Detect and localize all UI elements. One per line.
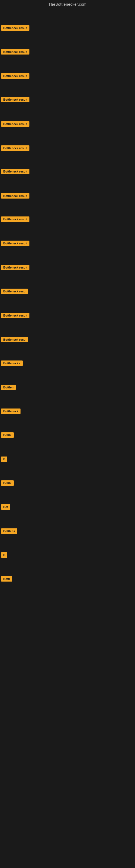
bottleneck-badge-4[interactable]: Bottleneck result: [1, 97, 30, 102]
result-row-18: Bottle: [0, 431, 15, 440]
result-row-7: Bottleneck result: [0, 167, 31, 176]
result-row-1: Bottleneck result: [0, 24, 31, 33]
bottleneck-badge-16[interactable]: Bottlen: [1, 384, 16, 390]
result-row-15: Bottleneck r: [0, 360, 24, 368]
bottleneck-badge-7[interactable]: Bottleneck result: [1, 169, 30, 174]
result-row-16: Bottlen: [0, 383, 17, 392]
bottleneck-badge-6[interactable]: Bottleneck result: [1, 145, 30, 151]
result-row-19: B: [0, 456, 8, 464]
bottleneck-badge-14[interactable]: Bottleneck resu: [1, 337, 28, 342]
result-row-4: Bottleneck result: [0, 96, 31, 104]
result-row-6: Bottleneck result: [0, 144, 31, 153]
site-title: TheBottlenecker.com: [0, 0, 135, 9]
bottleneck-badge-2[interactable]: Bottleneck result: [1, 49, 30, 55]
bottleneck-badge-19[interactable]: B: [1, 457, 7, 462]
result-row-2: Bottleneck result: [0, 48, 31, 57]
result-row-22: Bottlens: [0, 527, 18, 536]
bottleneck-badge-20[interactable]: Bottle: [1, 480, 14, 486]
bottleneck-badge-5[interactable]: Bottleneck result: [1, 121, 30, 127]
bottleneck-badge-3[interactable]: Bottleneck result: [1, 73, 30, 79]
result-row-12: Bottleneck resu: [0, 287, 29, 296]
bottleneck-badge-13[interactable]: Bottleneck result: [1, 313, 30, 318]
result-row-14: Bottleneck resu: [0, 336, 29, 344]
bottleneck-badge-12[interactable]: Bottleneck resu: [1, 289, 28, 294]
bottleneck-badge-11[interactable]: Bottleneck result: [1, 265, 30, 270]
bottleneck-badge-10[interactable]: Bottleneck result: [1, 241, 30, 246]
result-row-17: Bottleneck: [0, 407, 21, 416]
bottleneck-badge-22[interactable]: Bottlens: [1, 528, 17, 534]
bottleneck-badge-8[interactable]: Bottleneck result: [1, 193, 30, 198]
result-row-10: Bottleneck result: [0, 240, 31, 248]
bottleneck-badge-15[interactable]: Bottleneck r: [1, 361, 23, 366]
result-row-20: Bottle: [0, 479, 15, 488]
bottleneck-badge-18[interactable]: Bottle: [1, 432, 14, 438]
result-row-21: Bot: [0, 503, 11, 512]
result-row-11: Bottleneck result: [0, 264, 31, 272]
bottleneck-badge-24[interactable]: Bottl: [1, 576, 12, 582]
result-row-5: Bottleneck result: [0, 120, 31, 129]
bottleneck-badge-21[interactable]: Bot: [1, 504, 10, 510]
bottleneck-badge-23[interactable]: B: [1, 552, 7, 558]
result-row-9: Bottleneck result: [0, 215, 31, 224]
bottleneck-badge-1[interactable]: Bottleneck result: [1, 25, 30, 31]
result-row-24: Bottl: [0, 575, 13, 584]
bottleneck-badge-9[interactable]: Bottleneck result: [1, 216, 30, 222]
result-row-8: Bottleneck result: [0, 192, 31, 201]
result-row-23: B: [0, 551, 8, 560]
result-row-3: Bottleneck result: [0, 72, 31, 81]
result-row-13: Bottleneck result: [0, 312, 31, 320]
bottleneck-badge-17[interactable]: Bottleneck: [1, 408, 20, 414]
rows-container: Bottleneck resultBottleneck resultBottle…: [0, 9, 135, 868]
